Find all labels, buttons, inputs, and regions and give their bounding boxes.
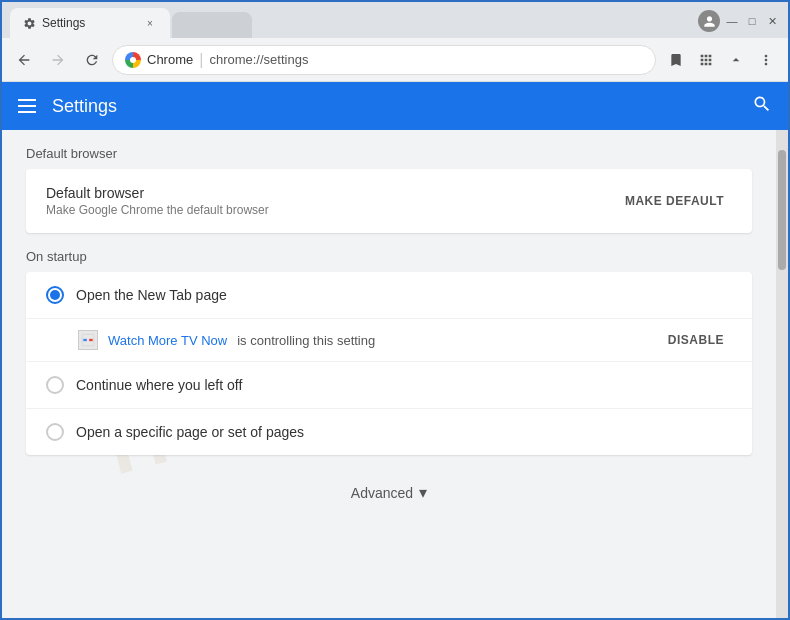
wand-button[interactable] xyxy=(722,46,750,74)
window-controls: — □ ✕ xyxy=(698,10,780,36)
radio-label-continue: Continue where you left off xyxy=(76,377,732,393)
reload-button[interactable] xyxy=(78,46,106,74)
tab-bar: Settings × xyxy=(10,8,698,38)
startup-card: Open the New Tab page Watch More TV Now xyxy=(26,272,752,455)
radio-row-specific[interactable]: Open a specific page or set of pages xyxy=(26,409,752,455)
radio-row-new-tab[interactable]: Open the New Tab page xyxy=(26,272,752,319)
title-bar: Settings × — □ ✕ xyxy=(2,2,788,38)
address-divider: | xyxy=(199,51,203,69)
disable-extension-button[interactable]: DISABLE xyxy=(660,329,732,351)
tab-title: Settings xyxy=(42,16,85,30)
extension-controlling-text: is controlling this setting xyxy=(237,333,375,348)
chevron-down-icon: ▾ xyxy=(419,483,427,502)
on-startup-section: On startup Open the New Tab page xyxy=(2,233,776,463)
default-browser-section: Default browser Default browser Make Goo… xyxy=(2,130,776,233)
advanced-button[interactable]: Advanced ▾ xyxy=(351,483,427,502)
hamburger-menu[interactable] xyxy=(18,99,36,113)
minimize-button[interactable]: — xyxy=(724,13,740,29)
radio-specific[interactable] xyxy=(46,423,64,441)
site-favicon xyxy=(125,52,141,68)
extension-icon xyxy=(78,330,98,350)
scrollbar-thumb[interactable] xyxy=(778,150,786,270)
back-button[interactable] xyxy=(10,46,38,74)
menu-button[interactable] xyxy=(752,46,780,74)
bookmark-button[interactable] xyxy=(662,46,690,74)
make-default-button[interactable]: MAKE DEFAULT xyxy=(617,190,732,212)
svg-rect-1 xyxy=(83,339,87,341)
extensions-button[interactable] xyxy=(692,46,720,74)
maximize-button[interactable]: □ xyxy=(744,13,760,29)
inactive-tab[interactable] xyxy=(172,12,252,38)
active-tab[interactable]: Settings × xyxy=(10,8,170,38)
extension-row: Watch More TV Now is controlling this se… xyxy=(26,319,752,362)
default-browser-text: Default browser Make Google Chrome the d… xyxy=(46,185,269,217)
toolbar-icons xyxy=(662,46,780,74)
search-settings-icon[interactable] xyxy=(752,94,772,118)
default-browser-title: Default browser xyxy=(46,185,269,201)
radio-label-new-tab: Open the New Tab page xyxy=(76,287,732,303)
address-site-name: Chrome xyxy=(147,52,193,67)
browser-window: Settings × — □ ✕ Chrome xyxy=(0,0,790,620)
scrollbar-track[interactable] xyxy=(776,130,788,618)
default-browser-card: Default browser Make Google Chrome the d… xyxy=(26,169,752,233)
main-content: HOW-TO GEEK Default browser Default brow… xyxy=(2,130,776,618)
radio-continue[interactable] xyxy=(46,376,64,394)
close-button[interactable]: ✕ xyxy=(764,13,780,29)
user-account-icon[interactable] xyxy=(698,10,720,32)
radio-new-tab[interactable] xyxy=(46,286,64,304)
forward-button[interactable] xyxy=(44,46,72,74)
content-area: HOW-TO GEEK Default browser Default brow… xyxy=(2,130,788,618)
svg-rect-2 xyxy=(89,339,93,341)
extension-name[interactable]: Watch More TV Now xyxy=(108,333,227,348)
browser-toolbar: Chrome | chrome://settings xyxy=(2,38,788,82)
advanced-section: Advanced ▾ xyxy=(2,463,776,522)
address-url: chrome://settings xyxy=(209,52,308,67)
default-browser-subtitle: Make Google Chrome the default browser xyxy=(46,203,269,217)
default-browser-section-label: Default browser xyxy=(26,146,752,161)
on-startup-label: On startup xyxy=(26,249,752,264)
tab-favicon xyxy=(22,16,36,30)
page-title: Settings xyxy=(52,96,752,117)
advanced-label: Advanced xyxy=(351,485,413,501)
radio-row-continue[interactable]: Continue where you left off xyxy=(26,362,752,409)
tab-close-button[interactable]: × xyxy=(142,15,158,31)
address-bar[interactable]: Chrome | chrome://settings xyxy=(112,45,656,75)
settings-header: Settings xyxy=(2,82,788,130)
radio-label-specific: Open a specific page or set of pages xyxy=(76,424,732,440)
radio-inner xyxy=(50,290,60,300)
